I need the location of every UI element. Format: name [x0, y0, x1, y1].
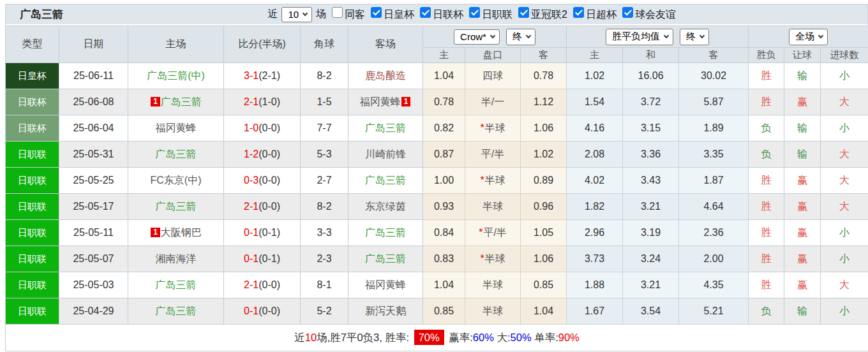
- checkbox-checked[interactable]: [371, 7, 382, 18]
- scope-select[interactable]: 全场: [789, 29, 828, 45]
- score-cell: 1-0(0-0): [224, 115, 301, 142]
- handicap-text: 半球: [485, 122, 505, 133]
- summary-row: 近10场,胜7平0负3, 胜率: 70% 赢率:60% 大:50% 单率:90%: [6, 325, 868, 351]
- home-team-name[interactable]: 大阪钢巴: [161, 227, 202, 238]
- result-cell: 负: [749, 142, 784, 168]
- odds-time-value: 终: [513, 31, 522, 43]
- score-cell: 0-1(0-1): [224, 220, 301, 246]
- match-row: 日联杯25-06-081广岛三箭2-1(1-0)1-5福冈黄蜂10.78半/一1…: [6, 89, 868, 115]
- avg-draw: 3.21: [623, 194, 679, 220]
- scope-value: 全场: [795, 31, 814, 43]
- checkbox-checked[interactable]: [469, 7, 480, 18]
- away-team-cell: 广岛三箭: [348, 168, 423, 194]
- handicap-result-cell: 赢: [784, 89, 821, 115]
- result-cell: 胜: [749, 272, 784, 298]
- full-time-score: 1-2: [244, 149, 258, 159]
- match-date: 25-05-31: [59, 142, 128, 168]
- away-team-name[interactable]: 新泻天鹅: [365, 305, 406, 316]
- goals-result-cell: 小: [821, 63, 868, 89]
- score-cell: 0-1(0-0): [224, 298, 301, 325]
- odds-time-select[interactable]: 终: [506, 29, 535, 45]
- avg-draw: 3.54: [623, 298, 679, 325]
- match-date: 25-04-29: [59, 298, 128, 325]
- handicap-result-cell: 输: [784, 142, 821, 168]
- odds-away: 1.04: [521, 298, 567, 325]
- home-team-name[interactable]: 广岛三箭: [161, 96, 202, 107]
- handicap-line: 半/一: [465, 89, 521, 115]
- match-history-panel: 广岛三箭 近 10 场 同客日皇杯日联杯日职联亚冠联2日超杯球会友谊 类型 日期…: [0, 0, 868, 351]
- home-team-cell: 湘南海洋: [128, 246, 224, 272]
- home-team-name[interactable]: 广岛三箭: [156, 149, 197, 159]
- match-count-select[interactable]: 10: [281, 7, 312, 22]
- home-team-name[interactable]: 广岛三箭: [156, 201, 197, 212]
- odds-home: 0.83: [423, 246, 465, 272]
- away-team-name[interactable]: 广岛三箭: [365, 227, 406, 238]
- home-team-cell: 广岛三箭(中): [128, 63, 224, 89]
- handicap-text: 半球: [483, 305, 503, 316]
- sub-header-handicap: 盘口: [465, 48, 521, 63]
- corner-count: 1-5: [301, 89, 348, 115]
- away-team-name[interactable]: 福冈黄蜂: [360, 96, 401, 107]
- summary-segment: 场,胜7平0负3, 胜率:: [317, 332, 412, 343]
- league-badge: 日职联: [6, 142, 59, 168]
- col-header-type: 类型: [6, 26, 59, 63]
- avg-home: 1.67: [567, 298, 623, 325]
- home-team-name[interactable]: FC东京(中): [151, 175, 202, 186]
- result-cell: 胜: [749, 89, 784, 115]
- summary-segment: 大:: [494, 332, 511, 343]
- handicap-line: *半球: [465, 115, 521, 142]
- home-team-name[interactable]: 湘南海洋: [156, 253, 197, 264]
- odds-home: 0.82: [423, 115, 465, 142]
- handicap-text: 平/半: [481, 149, 504, 159]
- corner-count: 3-3: [301, 220, 348, 246]
- home-team-name[interactable]: 福冈黄蜂: [156, 122, 197, 133]
- away-team-cell: 福冈黄蜂1: [348, 89, 423, 115]
- handicap-result-cell: 输: [784, 63, 821, 89]
- avg-type-select[interactable]: 胜平负均值: [606, 29, 673, 45]
- full-time-score: 2-1: [244, 201, 258, 212]
- match-count-value: 10: [288, 9, 299, 20]
- away-team-name[interactable]: 广岛三箭: [365, 175, 406, 186]
- checkbox-checked[interactable]: [573, 7, 584, 18]
- home-team-name[interactable]: 广岛三箭(中): [147, 70, 205, 81]
- away-team-name[interactable]: 鹿岛酿造: [365, 70, 406, 81]
- away-team-cell: 福冈黄蜂: [348, 272, 423, 298]
- away-team-name[interactable]: 广岛三箭: [365, 122, 406, 133]
- full-time-score: 2-1: [244, 96, 258, 107]
- half-time-score: (0-0): [258, 279, 280, 290]
- away-team-name[interactable]: 东京绿茵: [365, 201, 406, 212]
- goals-result-cell: 小: [821, 246, 868, 272]
- handicap-result-cell: 赢: [784, 168, 821, 194]
- match-date: 25-06-04: [59, 115, 128, 142]
- match-date: 25-05-17: [59, 194, 128, 220]
- odds-company-select[interactable]: Crow*: [454, 29, 500, 45]
- score-cell: 1-2(0-0): [224, 142, 301, 168]
- home-team-cell: 1广岛三箭: [128, 89, 224, 115]
- sub-header-crow-home: 主: [423, 48, 465, 63]
- away-team-name[interactable]: 广岛三箭: [365, 253, 406, 264]
- filter-label: 亚冠联2: [531, 9, 567, 20]
- home-team-name[interactable]: 广岛三箭: [156, 279, 197, 290]
- home-team-name[interactable]: 广岛三箭: [156, 305, 197, 316]
- checkbox-checked[interactable]: [622, 7, 633, 18]
- odds-home: 0.78: [423, 89, 465, 115]
- checkbox-unchecked[interactable]: [332, 7, 343, 18]
- checkbox-checked[interactable]: [518, 7, 529, 18]
- handicap-line: 半球: [465, 272, 521, 298]
- avg-home: 1.02: [567, 63, 623, 89]
- away-team-name[interactable]: 福冈黄蜂: [365, 279, 406, 290]
- handicap-result-cell: 赢: [784, 194, 821, 220]
- avg-time-value: 终: [686, 31, 696, 43]
- league-badge: 日职联: [6, 194, 59, 220]
- away-team-cell: 新泻天鹅: [348, 298, 423, 325]
- avg-draw: 3.43: [623, 168, 679, 194]
- avg-home: 1.88: [567, 272, 623, 298]
- star-icon: *: [480, 122, 484, 133]
- avg-draw: 3.19: [623, 220, 679, 246]
- sub-header-goals: 进球数: [821, 48, 868, 63]
- score-cell: 0-3(0-0): [224, 168, 301, 194]
- avg-time-select[interactable]: 终: [680, 29, 709, 45]
- avg-away: 30.02: [679, 63, 749, 89]
- away-team-name[interactable]: 川崎前锋: [365, 149, 406, 159]
- checkbox-checked[interactable]: [420, 7, 431, 18]
